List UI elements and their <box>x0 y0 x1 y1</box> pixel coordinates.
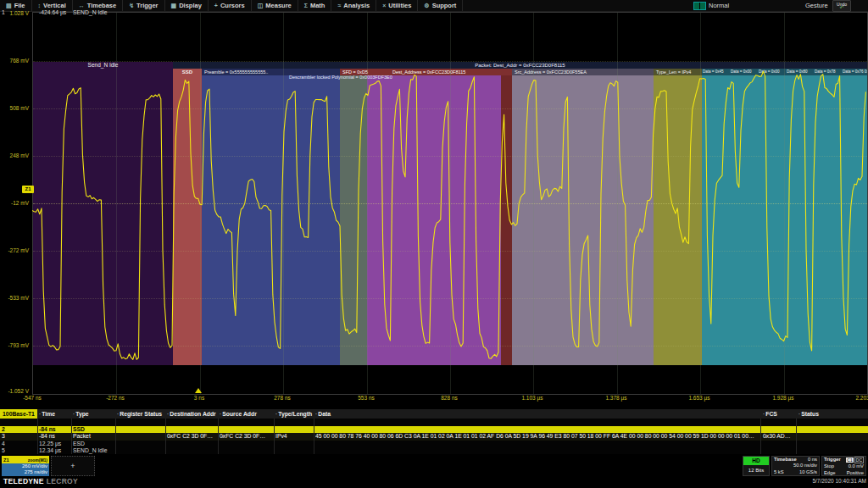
datetime: 5/7/2020 10:40:31 AM <box>812 478 866 484</box>
hd-badge: HD <box>743 457 769 465</box>
col-header-status[interactable]: Status <box>798 409 819 419</box>
y-axis-label: -533 mV <box>0 295 29 301</box>
y-axis-label: 248 mV <box>0 152 29 158</box>
timebase-scale: 50.0 ns/div <box>793 463 817 469</box>
cell-type: Packet <box>73 433 91 441</box>
timebase-title: Timebase <box>774 457 797 463</box>
plus-icon: + <box>70 462 75 470</box>
x-axis-label: 1.103 µs <box>507 395 558 401</box>
y-axis-label: 768 mV <box>0 58 29 64</box>
x-axis-label: 1.378 µs <box>591 395 642 401</box>
y-axis-label: -12 mV <box>0 200 29 206</box>
cell-type: ESD <box>73 441 85 448</box>
x-axis-label: -547 ns <box>7 395 58 401</box>
y-axis-label: -272 mV <box>0 247 29 253</box>
timebase-descriptor-box[interactable]: Timebase0 ns 50.0 ns/div 5 kS10 GS/s <box>771 456 820 476</box>
expand-icon[interactable]: ◂ <box>221 433 224 441</box>
col-header-register-status[interactable]: Register Status <box>117 409 162 419</box>
trigger-coupling-badge: DC <box>854 457 864 463</box>
menu-utilities-label: Utilities <box>388 2 411 9</box>
trigger-mode: Stop <box>824 463 834 469</box>
protocol-tab[interactable]: 100Base-T1 <box>0 409 37 419</box>
oscilloscope-screen: ▤File ↕Vertical ↔Timebase ↯Trigger ▦Disp… <box>0 0 868 488</box>
decode-table-header: 100Base-T1 Time Type Register Status Des… <box>0 409 868 419</box>
cell-type: SSD <box>73 426 85 434</box>
y-axis-label: -793 mV <box>0 342 29 348</box>
add-trace-button[interactable]: + <box>51 456 95 476</box>
cell-time: 12.34 µs <box>39 447 61 455</box>
col-header-data[interactable]: Data <box>315 409 760 419</box>
timebase-offset: 0 ns <box>808 457 817 463</box>
zoom-id: Z1 <box>3 458 9 463</box>
zoom-title: zoom(M1) <box>28 458 47 463</box>
zoom-trace-marker[interactable]: Z1 <box>22 186 34 193</box>
column-separator <box>115 419 116 454</box>
y-axis-label: 1.028 V <box>0 10 29 16</box>
cell-destination-addr: 0xFC C2 3D 0F… <box>167 433 213 441</box>
menu-timebase-label: Timebase <box>87 2 116 9</box>
menu-cursors-label: Cursors <box>220 2 245 9</box>
table-row[interactable]: 5 12.34 µs SEND_N Idle <box>0 447 868 455</box>
logo-teledyne: TELEDYNE <box>3 477 44 485</box>
menu-vertical-label: Vertical <box>43 2 66 9</box>
trigger-level: 0.0 mV <box>849 463 864 469</box>
column-separator <box>274 419 275 454</box>
column-separator <box>314 419 314 454</box>
column-separator <box>796 419 797 454</box>
column-separator <box>37 419 38 454</box>
signal-trace[interactable] <box>32 12 866 393</box>
menu-support-label: Support <box>432 2 457 9</box>
menu-analysis-label: Analysis <box>343 2 370 9</box>
x-axis-label: 1.928 µs <box>758 395 809 401</box>
zoom-descriptor-box[interactable]: Z1 zoom(M1) 260 mV/div 275 ns/div <box>2 456 49 476</box>
x-axis-label: 3 ns <box>174 395 225 401</box>
column-separator <box>71 419 72 454</box>
table-row-selected[interactable]: 2 -84 ns SSD <box>0 426 868 434</box>
col-header-source-addr[interactable]: Source Addr <box>220 409 257 419</box>
cell-time: 12.25 µs <box>39 441 61 448</box>
expand-icon[interactable]: ◂ <box>169 433 171 441</box>
col-header-destination-addr[interactable]: Destination Addr <box>167 409 216 419</box>
expand-icon[interactable]: ◂ <box>765 433 767 441</box>
column-separator <box>218 419 219 454</box>
table-row[interactable]: 3 -84 ns Packet 0xFC C2 3D 0F…◂ 0xFC C2 … <box>0 433 868 441</box>
gesture-label: Gesture <box>805 2 828 9</box>
y-axis-label: -1.052 V <box>0 388 29 394</box>
acquisition-mode-label: Normal <box>709 2 729 9</box>
trigger-type: Edge <box>824 470 836 476</box>
x-axis-label: 1.653 µs <box>674 395 725 401</box>
trigger-descriptor-box[interactable]: Trigger C1DC Stop0.0 mV EdgePositive <box>821 456 866 476</box>
zoom-hdiv: 275 ns/div <box>2 469 47 475</box>
column-separator <box>760 419 761 454</box>
col-header-type-length[interactable]: Type/Length <box>275 409 312 419</box>
col-header-type[interactable]: Type <box>73 409 89 419</box>
x-axis-label: 828 ns <box>424 395 475 401</box>
cell-time: -84 ns <box>39 426 56 434</box>
column-separator <box>165 419 166 454</box>
cell-type-length: IPv4 <box>275 433 287 441</box>
zoom-vdiv: 260 mV/div <box>2 463 47 469</box>
trace-polyline <box>32 71 865 359</box>
menu-math-label: Math <box>310 2 326 9</box>
menu-trigger-label: Trigger <box>136 2 158 9</box>
table-row[interactable]: 4 12.25 µs ESD <box>0 441 868 448</box>
teledyne-lecroy-logo: TELEDYNELECROY <box>3 477 78 485</box>
hd-bits: 12 Bits <box>743 465 769 475</box>
cell-source-addr: 0xFC C2 3D 0F… <box>220 433 265 441</box>
timebase-samples: 5 kS <box>774 469 784 475</box>
row-number: 3 <box>2 433 5 441</box>
trigger-position-marker[interactable] <box>195 388 202 393</box>
cell-time: -84 ns <box>39 433 55 441</box>
menu-measure-label: Measure <box>265 2 291 9</box>
col-header-time[interactable]: Time <box>39 409 55 419</box>
y-axis-label: 508 mV <box>0 105 29 111</box>
col-header-fcs[interactable]: FCS <box>763 409 777 419</box>
menu-display-label: Display <box>179 2 202 9</box>
row-number: 2 <box>2 426 5 434</box>
x-axis-label: 553 ns <box>341 395 392 401</box>
trigger-title: Trigger <box>824 457 841 463</box>
logo-lecroy: LECROY <box>47 477 78 485</box>
timebase-rate: 10 GS/s <box>799 469 817 475</box>
menu-file-label: File <box>14 2 25 9</box>
hd-mode-box[interactable]: HD 12 Bits <box>743 456 770 476</box>
